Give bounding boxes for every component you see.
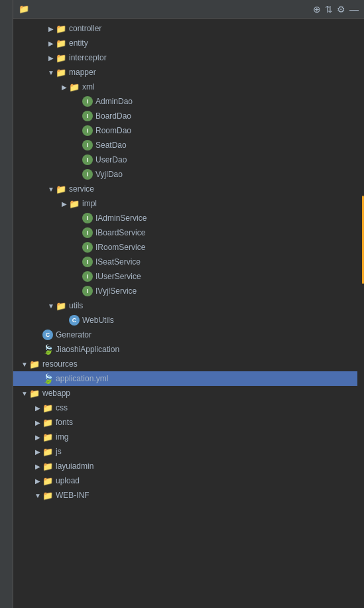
item-label: css — [56, 403, 68, 412]
item-label: layuiadmin — [56, 461, 93, 471]
tree-item[interactable]: I IRoomService — [13, 240, 357, 255]
item-label: xml — [82, 82, 95, 91]
tree-item[interactable]: I IUserService — [13, 269, 357, 284]
tree-item[interactable]: ▶ 📁 fonts — [13, 415, 357, 430]
folder-icon: 📁 — [42, 446, 53, 457]
folder-icon: 📁 — [42, 490, 53, 501]
item-label: utils — [69, 301, 83, 310]
expand-arrow[interactable]: ▶ — [33, 434, 42, 441]
item-label: application.yml — [56, 374, 108, 383]
tree-item[interactable]: ▼ 📁 WEB-INF — [13, 488, 357, 503]
yaml-icon: 🍃 — [42, 373, 53, 384]
item-label: entity — [69, 38, 88, 48]
globe-icon[interactable]: ⊕ — [313, 4, 321, 15]
tree-item[interactable]: ▼ 📁 utils — [13, 298, 357, 313]
item-label: WebUtils — [82, 316, 114, 325]
tree-item[interactable]: ▶ 📁 controller — [13, 21, 357, 36]
folder-icon: 📁 — [56, 38, 66, 48]
item-label: service — [69, 184, 94, 194]
item-label: SeatDao — [95, 141, 127, 150]
expand-arrow[interactable]: ▶ — [33, 419, 42, 426]
item-label: IUserService — [95, 272, 141, 281]
item-label: IBoardService — [95, 228, 145, 237]
interface-icon: I — [82, 154, 93, 165]
tree-item[interactable]: I ISeatService — [13, 255, 357, 269]
interface-icon: I — [82, 125, 93, 136]
tree-item[interactable]: C Generator — [13, 328, 357, 342]
item-label: js — [56, 447, 62, 456]
expand-arrow[interactable]: ▶ — [46, 25, 56, 32]
item-label: IRoomService — [95, 243, 145, 252]
expand-arrow[interactable]: ▶ — [46, 40, 56, 47]
tree-item[interactable]: ▶ 📁 entity — [13, 36, 357, 50]
tree-item[interactable]: I SeatDao — [13, 138, 357, 152]
class-icon: C — [42, 330, 53, 340]
folder-icon: 📁 — [56, 67, 66, 78]
tree-item[interactable]: I RoomDao — [13, 123, 357, 138]
item-label: ISeatService — [95, 257, 141, 267]
side-panel-label — [0, 0, 13, 608]
tree-item[interactable]: ▼ 📁 webapp — [13, 386, 357, 400]
interface-icon: I — [82, 169, 93, 180]
expand-arrow[interactable]: ▼ — [33, 492, 42, 499]
tree-item[interactable]: I IBoardService — [13, 225, 357, 240]
item-label: mapper — [69, 68, 96, 77]
sort-icon[interactable]: ⇅ — [325, 4, 333, 15]
tree-item[interactable]: ▶ 📁 xml — [13, 80, 357, 94]
folder-icon: 📁 — [69, 198, 80, 209]
expand-arrow[interactable]: ▼ — [46, 302, 56, 310]
item-label: img — [56, 432, 68, 442]
tree-item[interactable]: 🍃 JiaoshiApplication — [13, 342, 357, 357]
item-label: Generator — [56, 330, 91, 339]
springboot-icon: 🍃 — [42, 344, 53, 355]
tree-item[interactable]: ▼ 📁 service — [13, 182, 357, 196]
tree-item[interactable]: ▶ 📁 impl — [13, 196, 357, 211]
tree-item[interactable]: ▼ 📁 mapper — [13, 65, 357, 80]
tree-item[interactable]: I BoardDao — [13, 109, 357, 123]
expand-arrow[interactable]: ▶ — [33, 448, 42, 456]
expand-arrow[interactable]: ▶ — [33, 477, 42, 485]
tree-item[interactable]: C WebUtils — [13, 313, 357, 328]
tree-item[interactable]: I UserDao — [13, 152, 357, 167]
tree-item[interactable]: I AdminDao — [13, 94, 357, 109]
item-label: webapp — [42, 389, 70, 398]
file-tree[interactable]: ▶ 📁 controller ▶ 📁 entity ▶ 📁 intercepto… — [13, 19, 357, 608]
header-actions: ⊕ ⇅ ⚙ — — [313, 4, 359, 15]
item-label: resources — [42, 359, 78, 369]
item-label: impl — [82, 199, 97, 208]
item-label: interceptor — [69, 53, 107, 62]
folder-icon: 📁 — [69, 82, 80, 92]
folder-icon: 📁 — [42, 432, 53, 442]
item-label: fonts — [56, 418, 73, 427]
expand-arrow[interactable]: ▶ — [46, 54, 56, 62]
tree-item[interactable]: ▶ 📁 interceptor — [13, 50, 357, 65]
expand-arrow[interactable]: ▼ — [46, 69, 56, 76]
expand-arrow[interactable]: ▼ — [20, 361, 29, 368]
tree-item[interactable]: ▶ 📁 layuiadmin — [13, 459, 357, 473]
expand-arrow[interactable]: ▶ — [33, 404, 42, 412]
expand-arrow[interactable]: ▶ — [60, 200, 69, 208]
folder-icon: 📁 — [29, 388, 40, 398]
item-label: WEB-INF — [56, 491, 90, 500]
collapse-icon[interactable]: — — [349, 4, 359, 15]
tree-item[interactable]: ▶ 📁 img — [13, 430, 357, 444]
expand-arrow[interactable]: ▶ — [60, 84, 69, 91]
expand-arrow[interactable]: ▼ — [46, 186, 56, 193]
expand-arrow[interactable]: ▶ — [33, 463, 42, 470]
tree-item[interactable]: ▶ 📁 js — [13, 444, 357, 459]
interface-icon: I — [82, 257, 93, 267]
tree-item[interactable]: ▶ 📁 upload — [13, 473, 357, 488]
tree-item[interactable]: ▶ 📁 css — [13, 400, 357, 415]
content-area: ▶ 📁 controller ▶ 📁 entity ▶ 📁 intercepto… — [13, 19, 364, 608]
item-label: IAdminService — [95, 213, 147, 223]
item-label: upload — [56, 476, 80, 485]
item-label: JiaoshiApplication — [56, 345, 119, 354]
tree-item[interactable]: 🍃 application.yml — [13, 371, 357, 386]
expand-arrow[interactable]: ▼ — [20, 390, 29, 397]
item-label: IVyjlService — [95, 286, 137, 296]
settings-icon[interactable]: ⚙ — [337, 4, 345, 15]
tree-item[interactable]: I IAdminService — [13, 211, 357, 225]
tree-item[interactable]: ▼ 📁 resources — [13, 357, 357, 371]
tree-item[interactable]: I VyjlDao — [13, 167, 357, 182]
tree-item[interactable]: I IVyjlService — [13, 284, 357, 298]
